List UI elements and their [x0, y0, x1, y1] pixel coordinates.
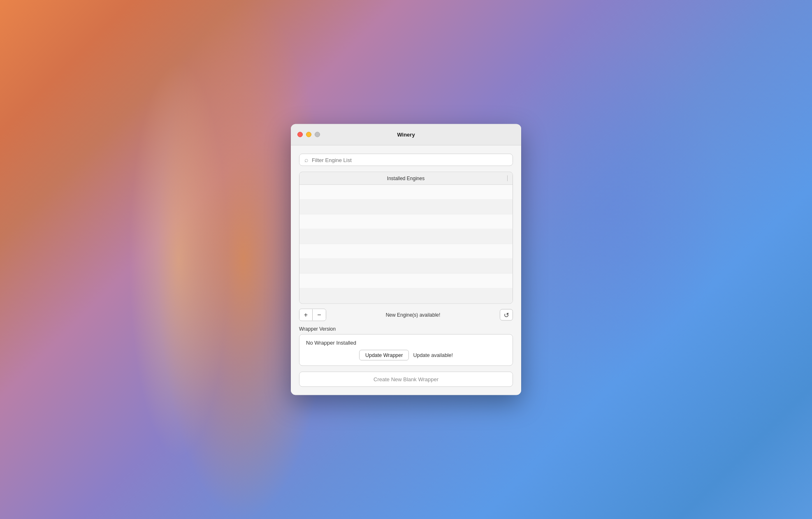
- engines-table: Installed Engines: [299, 172, 513, 304]
- engines-header-label: Installed Engines: [304, 176, 507, 181]
- table-row: [299, 229, 513, 244]
- update-wrapper-button[interactable]: Update Wrapper: [359, 350, 409, 361]
- table-row: [299, 274, 513, 289]
- header-divider: [507, 176, 508, 181]
- update-available-text: Update available!: [413, 352, 453, 358]
- search-input[interactable]: [312, 157, 508, 163]
- add-remove-group: + −: [299, 309, 326, 321]
- search-icon: ⌕: [304, 157, 309, 163]
- table-row: [299, 215, 513, 229]
- wrapper-section: No Wrapper Installed Update Wrapper Upda…: [299, 334, 513, 366]
- refresh-button[interactable]: ↻: [500, 309, 513, 321]
- table-row: [299, 185, 513, 200]
- table-row: [299, 200, 513, 215]
- engines-status-text: New Engine(s) available!: [329, 312, 496, 318]
- refresh-icon: ↻: [504, 311, 509, 319]
- engines-table-header: Installed Engines: [299, 172, 513, 185]
- app-window: Winery ⌕ Installed Engines: [291, 124, 521, 395]
- remove-engine-button[interactable]: −: [313, 309, 326, 321]
- table-row: [299, 259, 513, 274]
- wrapper-status-text: No Wrapper Installed: [306, 340, 506, 346]
- window-container: Winery ⌕ Installed Engines: [291, 124, 521, 395]
- engine-rows-container: [299, 185, 513, 304]
- table-row: [299, 289, 513, 304]
- maximize-button[interactable]: [315, 132, 320, 137]
- traffic-lights: [297, 132, 320, 137]
- window-title: Winery: [397, 132, 415, 138]
- table-row: [299, 244, 513, 259]
- minimize-button[interactable]: [306, 132, 311, 137]
- add-engine-button[interactable]: +: [299, 309, 313, 321]
- close-button[interactable]: [297, 132, 303, 137]
- search-bar[interactable]: ⌕: [299, 154, 513, 166]
- wrapper-section-label: Wrapper Version: [299, 326, 513, 332]
- titlebar: Winery: [291, 124, 521, 146]
- window-content: ⌕ Installed Engines: [291, 146, 521, 395]
- controls-bar: + − New Engine(s) available! ↻: [299, 309, 513, 321]
- create-new-blank-wrapper-button[interactable]: Create New Blank Wrapper: [299, 372, 513, 387]
- wrapper-actions: Update Wrapper Update available!: [306, 350, 506, 361]
